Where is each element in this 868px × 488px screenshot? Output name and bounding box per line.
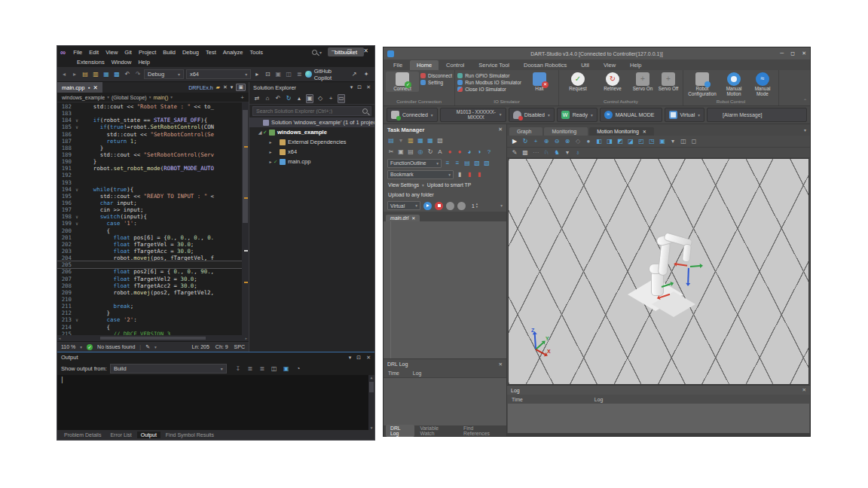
open-folder-icon[interactable]: ▥ [92, 71, 99, 78]
back-icon[interactable]: ↶ [274, 95, 282, 102]
ribbon-tab[interactable]: Service Tool [472, 60, 516, 70]
expander-icon[interactable]: ▸ [267, 139, 274, 145]
view-menu-caret-icon[interactable]: ▾ [669, 138, 677, 145]
window-position-icon[interactable]: ▾ [350, 84, 353, 90]
close-icon[interactable]: ✕ [498, 127, 503, 133]
share-icon[interactable]: ↗ [350, 71, 358, 78]
save-file-icon[interactable]: ▦ [417, 137, 424, 145]
code-line[interactable]: 215 // DRCF_VERSION 3 [57, 331, 242, 335]
issues-status[interactable]: No issues found [97, 344, 135, 349]
panel-tab[interactable]: Error List [106, 432, 135, 438]
view-tab[interactable]: Graph [509, 127, 542, 136]
vs-titlebar[interactable]: ∞ FileEditViewGitProjectBuildDebugTestAn… [57, 46, 374, 67]
bookmark-toggle-icon[interactable]: ▮ [456, 171, 463, 178]
sync-selection-icon[interactable]: ⇄ [253, 95, 261, 102]
manual-motion-button[interactable]: Manual Motion [720, 72, 747, 97]
ribbon-collapse-icon[interactable]: ⌃ [803, 98, 807, 103]
close-icon[interactable]: ✕ [802, 387, 806, 393]
save-icon[interactable]: ▦ [102, 71, 110, 78]
pin-icon[interactable]: ⊡ [357, 84, 362, 90]
code-line[interactable]: 187 return 1; [57, 138, 242, 145]
zoom-caret-icon[interactable]: ▾ [80, 345, 82, 349]
undo-icon[interactable]: ↶ [124, 71, 131, 78]
ribbon-tab[interactable]: Doosan Robotics [517, 60, 573, 70]
code-line[interactable]: 204 robot.movej(pos, fTargetVel, f [57, 255, 242, 261]
view-top-icon[interactable]: ◰ [637, 138, 645, 145]
upload-any-folder-button[interactable]: Upload to any folder [388, 192, 434, 197]
outline-settings-icon[interactable]: ▧ [483, 160, 491, 167]
code-line[interactable]: 197 cin >> input; [57, 206, 242, 213]
code-line[interactable]: 212 } [57, 310, 242, 316]
minimize-button[interactable]: ─ [780, 50, 784, 56]
debug-configuration-dropdown[interactable]: Debug▾ [144, 69, 184, 79]
view-settings-button[interactable]: View Settings [388, 182, 419, 188]
help-icon[interactable]: ? [485, 148, 493, 156]
fullscreen-icon[interactable]: ◻ [690, 138, 698, 145]
code-editor[interactable]: 182 std::cout << "Robot State : " << to_… [57, 102, 249, 335]
feedback-icon[interactable]: ✦ [362, 71, 370, 78]
robot-pose-icon[interactable]: ♘ [542, 149, 550, 157]
pending-changes-icon[interactable]: ◇ [316, 95, 324, 102]
debug-step-icon[interactable]: ◑ [475, 148, 483, 156]
editor-horizontal-scrollbar[interactable]: ◂▸ [57, 335, 249, 341]
menu-item[interactable]: Git [121, 48, 135, 56]
save-all-icon[interactable]: ▦ [426, 137, 434, 145]
robot-configuration-button[interactable]: Robot Configuration [686, 72, 719, 97]
window-position-icon[interactable]: ▾ [349, 355, 352, 361]
tree-row[interactable]: Solution 'windows_example' (1 of 1 proje… [249, 117, 374, 127]
panel-tab[interactable]: DRL Log [386, 425, 414, 437]
menu-item[interactable]: Test [203, 48, 219, 56]
refresh-icon[interactable]: ↻ [285, 95, 292, 102]
mode-status[interactable]: MANUAL MODE [600, 108, 662, 122]
solution-search[interactable] [252, 106, 371, 116]
start-debug-icon[interactable]: ▸ [253, 71, 261, 78]
code-line[interactable]: 188 } [57, 145, 242, 151]
ribbon-tab[interactable]: Control [439, 60, 471, 70]
build-icon[interactable]: ▣ [274, 71, 282, 78]
menu-item[interactable]: Project [136, 48, 159, 56]
tab-close-icon[interactable]: ✕ [93, 84, 97, 91]
zoom-level[interactable]: 110 % [61, 344, 75, 349]
manual-mode-button[interactable]: Manual Mode [749, 72, 776, 97]
disconnect-button[interactable]: Disconnect [420, 73, 452, 78]
snapshot-icon[interactable]: ▩ [521, 149, 529, 157]
code-line[interactable]: 210 [57, 296, 242, 303]
menu-item[interactable]: Build [160, 48, 179, 56]
tab-list-caret-icon[interactable]: ▾ [231, 84, 234, 90]
function-outline-dropdown[interactable]: FunctionOutline▾ [387, 159, 442, 168]
search-icon[interactable]: ◎ [417, 148, 424, 156]
collapse-all-icon[interactable]: ▴ [295, 95, 303, 102]
setting-button[interactable]: Setting [420, 80, 452, 85]
code-line[interactable]: 198∨ switch(input){ [57, 213, 242, 220]
step-button[interactable] [457, 202, 466, 210]
robot-joint-icon[interactable]: ♞ [553, 149, 561, 157]
stop-button[interactable] [435, 202, 443, 210]
clear-all-icon[interactable]: ≣ [246, 365, 254, 373]
record-icon[interactable]: ● [446, 148, 454, 156]
menu-item[interactable]: File [70, 48, 85, 56]
home-icon[interactable]: ⌂ [264, 95, 271, 102]
replace-icon[interactable]: ↻ [426, 148, 434, 156]
wireframe-icon[interactable]: ◇ [574, 138, 582, 145]
code-line[interactable]: 183 [57, 110, 242, 117]
tab-main-cpp[interactable]: main.cpp ● ✕ [57, 82, 102, 93]
ribbon-tab[interactable]: Help [623, 60, 648, 70]
tab-close-icon[interactable]: ✕ [411, 215, 415, 221]
view-back-icon[interactable]: ◨ [606, 138, 613, 145]
switch-views-icon[interactable]: ▭ [338, 94, 345, 103]
tree-row[interactable]: ▸ External Dependencies [249, 137, 374, 147]
expander-icon[interactable]: ▸ [267, 159, 274, 164]
bookmark-dropdown[interactable]: Bookmark▾ [387, 170, 454, 179]
jump-to-end-icon[interactable]: ↧ [234, 365, 242, 373]
close-io-simulator-button[interactable]: Close IO Simulator [457, 87, 521, 92]
code-line[interactable]: 185∨ if(true!=robot.SetRobotControl(CON [57, 124, 242, 130]
pan-tool-icon[interactable]: + [532, 138, 539, 145]
authority-status[interactable]: Disabled ▾ [509, 108, 555, 122]
expand-outline-icon[interactable]: ▤ [463, 160, 471, 167]
panel-tab[interactable]: Variable Watch [416, 425, 458, 437]
view-tab[interactable]: Monitoring [544, 127, 588, 136]
halt-button[interactable]: Halt [523, 72, 556, 92]
breadcrumb[interactable]: windows_example▾ (Global Scope)▾ main()▾… [57, 93, 249, 102]
code-line[interactable]: 205 [57, 261, 242, 268]
cut-icon[interactable]: ✂ [387, 148, 395, 156]
